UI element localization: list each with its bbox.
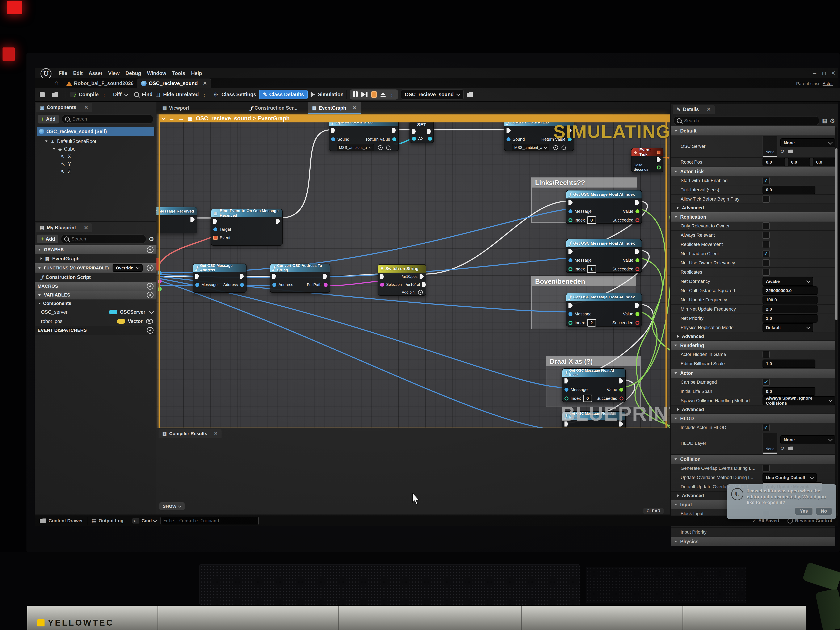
exec-in-pin[interactable] <box>331 128 335 133</box>
compile-icon[interactable] <box>70 92 76 97</box>
tab-construction-script[interactable]: ƒConstruction Scr... <box>246 102 302 114</box>
use-selected-icon[interactable]: ↺ <box>780 445 785 451</box>
components-panel-tab[interactable]: ▣ Components ✕ <box>36 103 92 112</box>
address-pin[interactable] <box>272 283 276 287</box>
output-log-button[interactable]: Output Log <box>98 518 123 524</box>
exec-out-pin[interactable] <box>427 129 431 134</box>
class-settings-button[interactable]: Class Settings <box>221 92 256 98</box>
menu-window[interactable]: Window <box>144 68 169 78</box>
menu-edit[interactable]: Edit <box>70 68 85 78</box>
checkbox[interactable] <box>763 250 770 257</box>
value-pin[interactable] <box>635 312 639 316</box>
net-priority-input[interactable]: 1.0 <box>763 314 818 322</box>
back-icon[interactable]: ← <box>169 115 175 122</box>
my-blueprint-search[interactable] <box>61 234 146 243</box>
menu-debug[interactable]: Debug <box>122 68 144 78</box>
target-pin[interactable] <box>213 227 217 231</box>
checkbox[interactable] <box>763 223 770 229</box>
sound-asset-dropdown[interactable]: MSS_ambient_a <box>336 144 374 151</box>
osc-server-dropdown[interactable]: None <box>780 138 835 147</box>
use-selected-icon[interactable] <box>553 145 558 150</box>
close-button[interactable]: ✕ <box>829 70 838 76</box>
succeeded-pin[interactable] <box>635 218 639 222</box>
details-tab[interactable]: ✎ Details ✕ <box>673 105 715 114</box>
hide-unrelated-button[interactable]: Hide Unrelated <box>163 92 199 98</box>
message-pin[interactable] <box>568 312 572 316</box>
checkbox[interactable] <box>763 196 770 203</box>
tree-row-y[interactable]: ↖Y <box>35 160 156 168</box>
macros-section[interactable]: MACROS <box>35 282 156 291</box>
exec-in-pin[interactable] <box>568 303 573 308</box>
message-pin[interactable] <box>195 283 199 287</box>
section-default[interactable]: Default <box>671 126 835 136</box>
exec-in-pin[interactable] <box>272 274 276 279</box>
sound-pin[interactable] <box>331 137 335 141</box>
override-dropdown[interactable]: Override <box>112 264 142 272</box>
value-pin[interactable] <box>635 209 639 213</box>
node-clipped-left[interactable] <box>156 258 160 270</box>
find-icon[interactable] <box>134 92 139 97</box>
succeeded-pin[interactable] <box>619 396 624 401</box>
checkbox[interactable] <box>763 351 770 358</box>
debug-object-dropdown[interactable]: OSC_recieve_sound <box>401 90 463 99</box>
exec-out-pin[interactable] <box>276 219 280 224</box>
life-span-input[interactable]: 0.0 <box>763 387 815 396</box>
add-component-button[interactable]: +Add <box>38 115 59 123</box>
tab-blueprint[interactable]: OSC_recieve_sound ✕ <box>137 79 211 88</box>
show-button[interactable]: SHOW <box>159 502 185 510</box>
checkbox[interactable] <box>763 268 770 276</box>
toast-yes-button[interactable]: Yes <box>795 507 813 515</box>
exec-in-pin[interactable] <box>564 422 569 426</box>
simulation-icon[interactable] <box>311 92 315 97</box>
cmd-chevron-icon[interactable] <box>153 518 157 522</box>
menu-tools[interactable]: Tools <box>169 68 188 78</box>
index-value[interactable]: 2 <box>587 319 596 327</box>
node-get-osc-float-2[interactable]: ƒGet OSC Message Float At Index MessageV… <box>566 293 642 327</box>
node-convert-osc-address[interactable]: ƒConvert OSC Address To String AddressFu… <box>270 264 330 293</box>
case-pos-pin[interactable] <box>420 274 424 279</box>
menu-view[interactable]: View <box>105 68 122 78</box>
net-dormancy-dropdown[interactable]: Awake <box>763 277 813 286</box>
exec-in-pin[interactable] <box>568 249 573 254</box>
simulation-button[interactable]: Simulation <box>318 92 344 98</box>
tab-eventgraph[interactable]: ▦EventGraph ✕ <box>308 102 361 114</box>
section-collision[interactable]: Collision <box>671 455 835 464</box>
settings-icon[interactable]: ⚙ <box>149 235 154 243</box>
class-defaults-button[interactable]: ✎ Class Defaults <box>259 90 308 99</box>
checkbox[interactable] <box>763 177 770 184</box>
use-selected-icon[interactable]: ↺ <box>780 148 785 154</box>
clear-button[interactable]: CLEAR <box>643 508 663 514</box>
index-value[interactable]: 1 <box>587 265 596 273</box>
exec-in-pin[interactable] <box>195 274 199 279</box>
net-cull-input[interactable]: 225000000.0 <box>763 286 818 295</box>
tab-viewport[interactable]: ▦Viewport <box>158 102 193 114</box>
robot-pos-z[interactable]: 0.0 <box>813 158 835 166</box>
node-osc-message-received[interactable]: Osc Message Received <box>156 207 197 233</box>
add-pin-icon[interactable] <box>418 290 423 295</box>
sound-asset-dropdown[interactable]: MSS_ambient_a <box>512 144 549 151</box>
compile-button[interactable]: Compile <box>79 92 99 98</box>
succeeded-pin[interactable] <box>635 321 639 325</box>
exec-in-pin[interactable] <box>568 200 573 205</box>
update-overlaps-dropdown[interactable]: Use Config Default <box>763 473 817 482</box>
node-get-osc-float-0[interactable]: ƒGet OSC Message Float At Index MessageV… <box>566 190 642 224</box>
browse-icon[interactable] <box>52 92 58 97</box>
exec-out-pin[interactable] <box>567 128 572 133</box>
variable-osc-server[interactable]: OSC_server OSCServer <box>35 308 156 317</box>
close-panel-icon[interactable]: ✕ <box>84 104 88 110</box>
section-hlod[interactable]: HLOD <box>671 414 835 423</box>
toast-no-button[interactable]: No <box>816 507 832 515</box>
advanced-toggle[interactable]: Advanced <box>671 332 835 341</box>
hlod-layer-dropdown[interactable]: None <box>780 435 835 444</box>
output-log-icon[interactable]: ▤ <box>92 518 96 524</box>
asset-thumbnail[interactable]: None <box>763 136 777 157</box>
menu-file[interactable]: File <box>56 68 70 78</box>
save-icon[interactable] <box>40 92 45 97</box>
exec-in-pin[interactable] <box>412 129 416 134</box>
variable-robot-pos[interactable]: robot_pos Vector <box>35 317 156 326</box>
node-get-osc-float-1[interactable]: ƒGet OSC Message Float At Index MessageV… <box>566 239 642 273</box>
exec-out-pin[interactable] <box>619 422 623 426</box>
return-value-pin[interactable] <box>392 137 396 141</box>
components-search[interactable] <box>62 114 153 124</box>
play-options-icon[interactable]: ⋮ <box>389 92 395 98</box>
